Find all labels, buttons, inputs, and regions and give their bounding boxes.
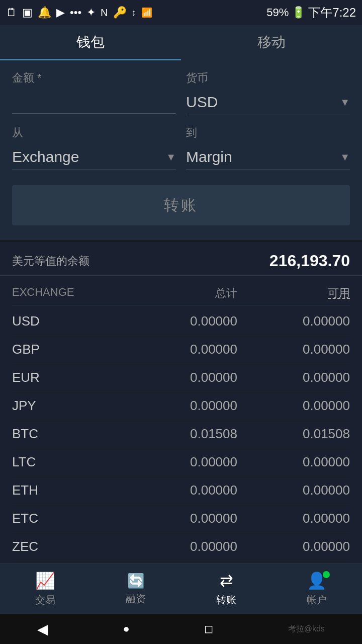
currency-value: USD [186,94,218,111]
bottom-nav: 📈 交易 🔄 融资 ⇄ 转账 👤 帐户 [0,564,362,614]
available-cell: 0.00000 [237,454,350,470]
nfc-icon: N [101,7,108,19]
system-bar: ◀ ● ◻ 考拉@kds [0,614,362,644]
total-cell: 0.00000 [125,342,237,357]
currency-cell: BTC [12,426,125,442]
nav-transfer[interactable]: ⇄ 转账 [216,571,236,607]
currency-select[interactable]: USD ▼ [186,90,350,115]
bluetooth-icon: ✦ [86,6,96,19]
available-cell: 0.01508 [237,426,350,442]
key-icon: 🔑 [113,6,127,19]
amount-group: 金额 * [12,70,176,115]
status-left-icons: 🗒 ▣ 🔔 ▶ ••• ✦ N 🔑 ↕ 📶 [6,6,152,19]
recent-button[interactable]: ◻ [204,622,213,635]
currency-cell: ETH [12,482,125,498]
col-available: 可用 [237,286,350,301]
to-label: 到 [186,125,350,140]
dots-icon: ••• [70,6,81,19]
available-cell: 0.00000 [237,370,350,385]
amount-currency-row: 金额 * 货币 USD ▼ [12,70,350,115]
amount-input[interactable] [12,90,176,114]
table-row: ZEC0.000000.00000 [12,533,350,561]
send-icon: ▶ [56,6,65,19]
currency-cell: USD [12,313,125,329]
table-row: GBP0.000000.00000 [12,336,350,364]
balance-label: 美元等值的余额 [12,254,89,269]
table-row: ETC0.000000.00000 [12,505,350,533]
finance-icon: 🔄 [127,573,145,589]
available-cell: 0.00000 [237,511,350,526]
transfer-form: 金额 * 货币 USD ▼ 从 Exchange ▼ 到 Margin ▼ [0,60,362,242]
back-button[interactable]: ◀ [37,621,48,637]
col-exchange: EXCHANGE [12,286,125,301]
signal-icon: 📶 [141,7,152,18]
currency-cell: EUR [12,370,125,385]
main-tab-bar: 钱包 移动 [0,25,362,60]
total-cell: 0.00000 [125,511,237,526]
wallet-icon: ▣ [22,6,33,19]
table-header: EXCHANGE 总计 可用 [12,281,350,305]
bell-icon: 🔔 [38,6,51,19]
currency-group: 货币 USD ▼ [186,70,350,115]
to-group: 到 Margin ▼ [186,125,350,170]
signal-bars-icon: ↕ [132,8,136,18]
tab-wallet[interactable]: 钱包 [0,25,181,60]
available-cell: 0.00000 [237,398,350,414]
transfer-icon: ⇄ [220,571,233,590]
nav-account-label: 帐户 [307,593,327,607]
currency-cell: JPY [12,398,125,414]
total-cell: 0.00000 [125,313,237,329]
currency-label: 货币 [186,70,350,86]
nav-trade[interactable]: 📈 交易 [35,571,55,607]
from-label: 从 [12,125,176,140]
from-select[interactable]: Exchange ▼ [12,144,176,170]
available-cell: 0.00000 [237,342,350,357]
total-cell: 0.00000 [125,454,237,470]
to-chevron-icon: ▼ [340,151,350,163]
tab-transfer[interactable]: 移动 [181,25,362,60]
time-display: 下午7:22 [308,5,356,21]
home-button[interactable]: ● [123,622,130,635]
currency-cell: ZEC [12,539,125,554]
status-right-info: 59% 🔋 下午7:22 [266,5,356,21]
col-total: 总计 [125,286,237,301]
nav-account[interactable]: 👤 帐户 [307,571,327,607]
total-cell: 0.00000 [125,482,237,498]
nav-trade-label: 交易 [35,593,55,607]
currency-cell: GBP [12,342,125,357]
trade-icon: 📈 [35,571,55,590]
available-cell: 0.00000 [237,482,350,498]
transfer-button[interactable]: 转账 [12,185,350,225]
total-cell: 0.00000 [125,539,237,554]
total-cell: 0.00000 [125,370,237,385]
account-icon: 👤 [307,571,327,590]
available-cell: 0.00000 [237,313,350,329]
currency-cell: ETC [12,511,125,526]
to-value: Margin [186,148,232,166]
total-cell: 0.01508 [125,426,237,442]
amount-label: 金额 * [12,70,176,86]
to-select[interactable]: Margin ▼ [186,144,350,170]
online-indicator [323,571,330,578]
nav-finance[interactable]: 🔄 融资 [126,573,146,606]
from-group: 从 Exchange ▼ [12,125,176,170]
table-row: LTC0.000000.00000 [12,448,350,476]
currency-chevron-icon: ▼ [340,97,350,108]
balance-value: 216,193.70 [269,252,350,270]
currency-cell: LTC [12,454,125,470]
total-cell: 0.00000 [125,398,237,414]
battery-icon: 🔋 [292,6,305,19]
table-row: USD0.000000.00000 [12,307,350,336]
from-value: Exchange [12,148,79,166]
nav-transfer-label: 转账 [216,593,236,607]
from-to-row: 从 Exchange ▼ 到 Margin ▼ [12,125,350,170]
table-row: EUR0.000000.00000 [12,364,350,392]
watermark: 考拉@kds [288,624,325,634]
balance-row: 美元等值的余额 216,193.70 [12,252,350,270]
status-bar: 🗒 ▣ 🔔 ▶ ••• ✦ N 🔑 ↕ 📶 59% 🔋 下午7:22 [0,0,362,25]
battery-percent: 59% [266,6,289,19]
table-row: JPY0.000000.00000 [12,392,350,420]
available-cell: 0.00000 [237,539,350,554]
balance-section: 美元等值的余额 216,193.70 [0,242,362,276]
doc-icon: 🗒 [6,6,17,19]
